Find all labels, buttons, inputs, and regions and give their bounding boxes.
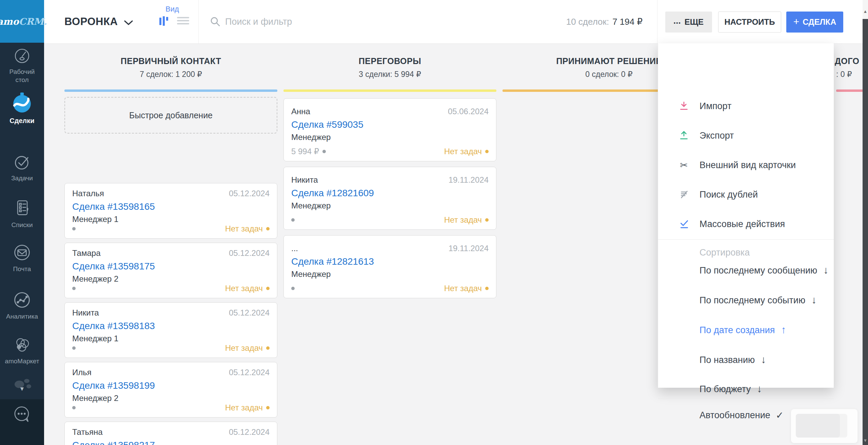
status-dot [291,218,295,222]
task-dot [485,287,489,290]
lists-icon [13,213,31,219]
sort-by-creation-date[interactable]: По дате создания ↑ [699,323,824,338]
widget-placeholder [791,409,858,443]
logo-amo-text: amo [0,16,19,27]
sidebar-item-analytics[interactable]: Аналитика [0,291,44,321]
menu-item-find-duplicates[interactable]: Поиск дублей [678,187,824,202]
sort-by-last-event[interactable]: По последнему событию ↓ [699,293,824,308]
deal-link[interactable]: Сделка #13598165 [72,201,155,212]
scrollbar-thumb[interactable] [863,19,868,445]
deal-card[interactable]: ...19.11.2024 Сделка #12821613 Менеджер … [283,235,496,298]
sidebar-item-mail[interactable]: Почта [0,243,44,273]
scroll-down-arrow-icon[interactable]: ▼ [863,438,868,443]
task-dot [266,227,270,230]
sidebar-item-deals[interactable]: Сделки [0,92,44,125]
manager-name: Менеджер [291,201,489,210]
sort-item-label: По названию [699,355,755,365]
sort-by-name[interactable]: По названию ↓ [699,352,824,367]
sort-by-last-message[interactable]: По последнему сообщению ↓ [699,263,824,278]
deal-link[interactable]: Сделка #13598175 [72,261,155,272]
chevron-down-icon [124,20,133,26]
task-dot [485,150,489,153]
deal-card[interactable]: Никита05.12.2024 Сделка #13598183 Менедж… [64,302,277,358]
pipeline-selector[interactable]: ВОРОНКА [64,0,133,43]
deal-card[interactable]: Татьяна05.12.2024 Сделка #13598217 Менед… [64,422,277,445]
search-placeholder: Поиск и фильтр [225,17,292,27]
logo-crm-text: CRM. [19,16,47,27]
deal-link[interactable]: Сделка #12821609 [291,188,374,199]
deal-link[interactable]: Сделка #599035 [291,119,363,130]
contact-name: Илья [72,368,92,377]
manager-name: Менеджер 1 [72,215,270,224]
ellipsis-icon: ••• [674,20,681,26]
deal-link[interactable]: Сделка #13598183 [72,321,155,331]
topbar: ВОРОНКА Вид Поиск и фильтр 10 сделок: 7 … [44,0,863,44]
sidebar-item-tasks[interactable]: Задачи [0,153,44,182]
task-status: Нет задач [225,343,263,353]
plus-icon: + [793,16,800,27]
deal-link[interactable]: Сделка #13598217 [72,440,155,445]
deal-link[interactable]: Сделка #13598199 [72,380,155,391]
menu-item-label: Импорт [699,101,731,112]
kanban-view-toggle[interactable] [159,16,170,26]
list-view-toggle[interactable] [177,16,189,25]
sort-item-label: По последнему сообщению [699,265,817,276]
deal-card[interactable]: Илья05.12.2024 Сделка #13598199 Менеджер… [64,362,277,418]
sidebar-item-desktop[interactable]: Рабочий стол [0,47,44,84]
topbar-divider [657,0,657,43]
deal-card[interactable]: Никита19.11.2024 Сделка #12821609 Менедж… [283,167,496,230]
add-deal-button[interactable]: + СДЕЛКА [786,12,843,33]
task-status: Нет задач [444,147,482,156]
contact-name: Никита [291,175,318,185]
sidebar-expand-control[interactable]: ▼ [0,377,44,394]
sort-by-budget[interactable]: По бюджету ↓ [699,382,824,397]
menu-item-card-appearance[interactable]: ✂ Внешний вид карточки [678,158,824,173]
scissors-icon: ✂ [678,159,690,171]
menu-item-label: Экспорт [699,130,734,141]
deal-link[interactable]: Сделка #12821613 [291,256,374,267]
contact-name: Тамара [72,248,100,258]
setup-button[interactable]: НАСТРОИТЬ [718,12,781,33]
topbar-divider [198,0,199,43]
sort-section-header: Сортировка [699,247,750,258]
status-dot [72,227,76,230]
deal-card[interactable]: Наталья05.12.2024 Сделка #13598165 Менед… [64,183,277,239]
duplicates-icon [678,188,690,201]
menu-item-export[interactable]: Экспорт [678,128,824,143]
sidebar-item-market[interactable]: amoМаркет [0,336,44,365]
more-button[interactable]: ••• ЕЩЕ [665,12,712,33]
menu-item-label: Массовые действия [699,219,785,229]
sort-item-label: По последнему событию [699,295,805,306]
card-date: 05.12.2024 [229,427,270,437]
sidebar-item-label: Почта [0,265,44,273]
menu-item-bulk-actions[interactable]: Массовые действия [678,217,824,231]
menu-divider [658,239,834,240]
amocrm-logo[interactable]: amoCRM. [0,0,44,43]
bulk-actions-icon [678,218,690,230]
sidebar-item-label: Задачи [0,174,44,182]
vertical-scrollbar[interactable]: ▲ ▼ [863,0,868,445]
tasks-icon [13,166,31,172]
sidebar-item-label: Сделки [0,117,44,125]
column-count: 3 сделки: 5 994 ₽ [283,70,496,79]
deals-icon [12,108,32,114]
dashboard-icon [14,60,31,65]
deal-card[interactable]: Анна05.06.2024 Сделка #599035 Менеджер 5… [283,98,496,161]
task-status: Нет задач [225,284,263,293]
chevron-down-icon: ▼ [0,386,44,392]
menu-item-autoupdate[interactable]: Автообновление ✓ [699,408,784,423]
support-chat-button[interactable] [0,405,44,426]
quick-add-button[interactable]: Быстрое добавление [64,97,277,134]
menu-item-import[interactable]: Импорт [678,99,824,114]
column-title: ПЕРЕГОВОРЫ [283,56,496,66]
sidebar-bottom-band [0,399,44,445]
more-dropdown-menu: Импорт Экспорт ✂ Внешний вид карточки По… [658,43,834,388]
task-dot [266,287,270,290]
sidebar-item-lists[interactable]: Списки [0,199,44,229]
search-input[interactable]: Поиск и фильтр [210,0,292,43]
sidebar-item-label: Списки [0,221,44,229]
contact-name: Наталья [72,189,104,198]
scroll-up-arrow-icon[interactable]: ▲ [863,9,868,14]
manager-name: Менеджер [291,133,489,142]
deal-card[interactable]: Тамара05.12.2024 Сделка #13598175 Менедж… [64,243,277,298]
